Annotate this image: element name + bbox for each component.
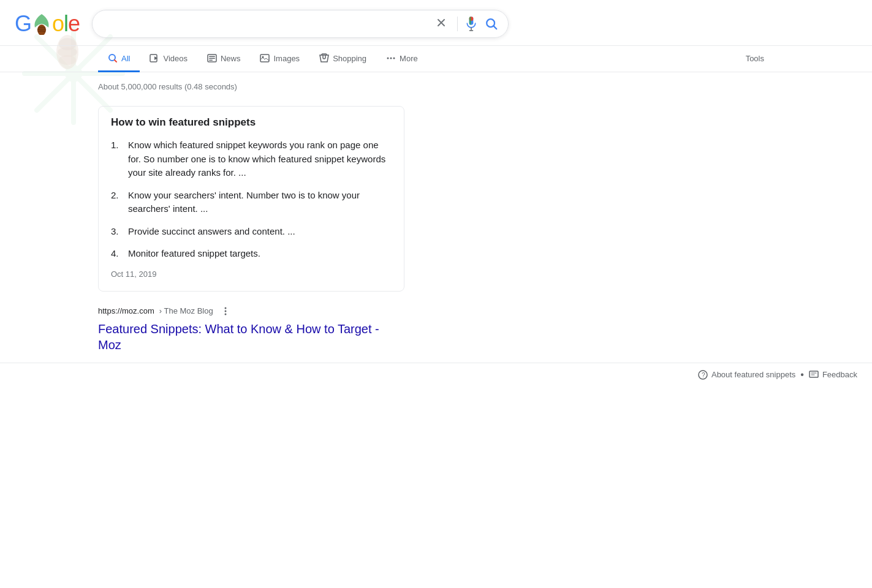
svg-point-25: [224, 310, 226, 312]
shopping-tab-icon: [319, 53, 329, 63]
svg-point-21: [387, 58, 389, 59]
featured-snippet: How to win featured snippets Know which …: [98, 106, 404, 292]
tab-videos-label: Videos: [163, 54, 188, 63]
search-submit-button[interactable]: [485, 17, 498, 31]
svg-point-24: [224, 307, 226, 309]
tab-news-label: News: [221, 54, 241, 63]
tools-tab[interactable]: Tools: [736, 47, 774, 72]
snippet-date: Oct 11, 2019: [111, 270, 392, 279]
tools-label: Tools: [746, 54, 764, 63]
tab-shopping-label: Shopping: [333, 54, 366, 63]
snippet-item-3: Provide succinct answers and content. ..…: [111, 225, 392, 239]
about-snippets-label: About featured snippets: [711, 370, 795, 379]
tab-more[interactable]: More: [376, 46, 428, 72]
logo-e: e: [68, 11, 80, 37]
snippet-item-2: Know your searchers' intent. Number two …: [111, 189, 392, 216]
bottom-separator: •: [800, 369, 804, 380]
logo-g: G: [15, 11, 31, 37]
svg-text:?: ?: [702, 372, 705, 379]
svg-rect-10: [469, 30, 474, 31]
logo-l: l: [64, 11, 68, 37]
clear-button[interactable]: [433, 14, 450, 34]
results-count: About 5,000,000 results (0.48 seconds): [98, 82, 404, 91]
tab-more-label: More: [400, 54, 418, 63]
tab-images-label: Images: [273, 54, 300, 63]
images-tab-icon: [260, 54, 270, 62]
logo-o2: o: [52, 11, 64, 37]
results-area: About 5,000,000 results (0.48 seconds) H…: [0, 72, 404, 363]
feedback-label: Feedback: [822, 370, 857, 379]
search-input[interactable]: how to win list snippets: [102, 18, 425, 31]
microphone-icon[interactable]: [465, 16, 477, 32]
svg-point-26: [224, 313, 226, 315]
snippet-item-4: Monitor featured snippet targets.: [111, 247, 392, 261]
feedback-link[interactable]: Feedback: [809, 370, 857, 379]
videos-tab-icon: [150, 54, 159, 62]
snippet-title: How to win featured snippets: [111, 116, 392, 129]
about-snippets-link[interactable]: ? About featured snippets: [698, 370, 795, 380]
header: G o l e how to win list snippets: [0, 0, 872, 46]
svg-point-23: [393, 58, 395, 59]
search-divider: [457, 17, 458, 31]
svg-point-22: [390, 58, 392, 59]
result-title[interactable]: Featured Snippets: What to Know & How to…: [98, 322, 379, 352]
search-bar: how to win list snippets: [92, 10, 509, 38]
tab-shopping[interactable]: Shopping: [309, 46, 376, 72]
bottom-bar: ? About featured snippets • Feedback: [0, 363, 872, 386]
result-breadcrumb: › The Moz Blog: [159, 306, 213, 315]
svg-rect-18: [209, 60, 213, 61]
result-url-line: https://moz.com › The Moz Blog: [98, 304, 404, 318]
more-tab-icon: [386, 53, 396, 63]
result-url: https://moz.com: [98, 306, 154, 315]
snippet-item-1: Know which featured snippet keywords you…: [111, 138, 392, 180]
news-tab-icon: [207, 54, 217, 62]
all-tab-icon: [108, 53, 118, 63]
svg-rect-17: [209, 58, 215, 59]
tab-images[interactable]: Images: [250, 47, 309, 72]
svg-rect-29: [809, 371, 818, 377]
nav-tabs: All Videos News: [0, 46, 872, 72]
result-more-button[interactable]: [218, 304, 233, 318]
svg-rect-8: [469, 17, 471, 24]
tab-all-label: All: [121, 54, 130, 63]
svg-rect-16: [209, 56, 215, 58]
logo-icon-area: [31, 13, 52, 35]
google-logo[interactable]: G o l e: [15, 11, 80, 37]
snippet-list: Know which featured snippet keywords you…: [111, 138, 392, 261]
tab-news[interactable]: News: [197, 47, 251, 72]
svg-rect-9: [471, 28, 472, 30]
search-result: https://moz.com › The Moz Blog Featured …: [98, 304, 404, 353]
tab-all[interactable]: All: [98, 46, 140, 72]
tab-videos[interactable]: Videos: [140, 47, 197, 72]
